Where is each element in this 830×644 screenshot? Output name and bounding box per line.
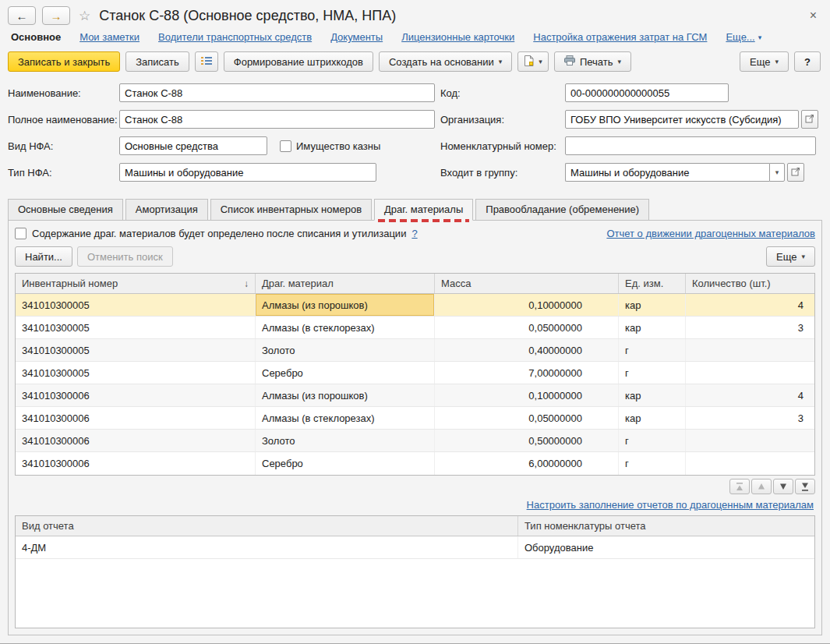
nfa-kind-field[interactable] [119,136,267,155]
organization-field[interactable] [565,110,799,129]
save-button[interactable]: Записать [125,51,189,72]
cell-qty[interactable] [686,452,814,475]
cell-material[interactable]: Алмазы (из порошков) [256,294,435,316]
determine-after-writeoff-checkbox[interactable] [15,228,26,239]
tab-0[interactable]: Основные сведения [8,199,123,221]
cell-qty[interactable]: 4 [686,294,814,316]
cell-inv[interactable]: 341010300005 [16,339,256,361]
cell-material[interactable]: Алмазы (в стеклорезах) [256,317,435,338]
cell-unit[interactable]: кар [619,294,686,316]
table-row[interactable]: 341010300005Серебро7,00000000г [16,362,814,384]
table-row[interactable]: 341010300005Золото0,40000000г [16,339,814,362]
tab-3[interactable]: Драг. материалы [374,199,473,221]
table-row[interactable]: 341010300006Алмазы (в стеклорезах)0,0500… [16,407,814,430]
help-button[interactable]: ? [794,51,821,72]
scroll-to-bottom-button[interactable] [795,479,815,494]
nav-link[interactable]: Мои заметки [79,31,140,43]
column-header[interactable]: Количество (шт.) [686,274,814,293]
cancel-search-button[interactable]: Отменить поиск [77,246,173,267]
cell-material[interactable]: Алмазы (в стеклорезах) [256,407,435,429]
nav-link[interactable]: Документы [330,31,383,43]
cell-report[interactable]: 4-ДМ [16,536,518,558]
find-button[interactable]: Найти... [15,246,72,267]
code-field[interactable] [565,83,729,102]
table-row[interactable]: 341010300006Золото0,50000000г [16,430,814,452]
group-field[interactable] [565,163,769,182]
barcodes-button[interactable]: Формирование штрихкодов [224,51,373,72]
cell-inv[interactable]: 341010300005 [16,317,256,338]
attached-files-button[interactable]: ▾ [517,51,549,72]
back-button[interactable]: ← [8,6,36,25]
column-header[interactable]: Ед. изм. [619,274,686,293]
scroll-down-button[interactable] [773,479,793,494]
cell-mass[interactable]: 0,05000000 [435,317,619,338]
cell-mass[interactable]: 0,10000000 [435,384,619,406]
cell-qty[interactable]: 4 [686,384,814,406]
name-field[interactable] [119,83,435,102]
cell-unit[interactable]: г [619,452,686,475]
cell-material[interactable]: Серебро [256,452,435,475]
column-header[interactable]: Драг. материал [256,274,435,293]
cell-qty[interactable]: 3 [686,317,814,338]
help-link[interactable]: ? [411,228,417,239]
cell-inv[interactable]: 341010300006 [16,384,256,406]
table-row[interactable]: 341010300006Алмазы (из порошков)0,100000… [16,384,814,407]
tab-4[interactable]: Правообладание (обременение) [475,199,649,221]
table-row[interactable]: 4-ДМОборудование [16,536,814,559]
configure-reports-link[interactable]: Настроить заполнение отчетов по драгоцен… [527,499,814,511]
nav-link[interactable]: Лицензионные карточки [401,31,514,43]
table-row[interactable]: 341010300005Алмазы (в стеклорезах)0,0500… [16,317,814,339]
nfa-type-field[interactable] [119,163,376,182]
cell-material[interactable]: Серебро [256,362,435,384]
table-row[interactable]: 341010300005Алмазы (из порошков)0,100000… [16,294,814,317]
show-in-list-button[interactable] [195,51,218,72]
save-and-close-button[interactable]: Записать и закрыть [8,51,120,72]
nav-more-link[interactable]: Еще... ▾ [726,31,761,43]
cell-material[interactable]: Золото [256,339,435,361]
cell-inv[interactable]: 341010300005 [16,362,256,384]
group-dropdown-button[interactable]: ▾ [769,163,785,182]
cell-inv[interactable]: 341010300006 [16,430,256,451]
column-header[interactable]: Вид отчета [16,516,518,536]
column-header[interactable]: Масса [435,274,619,293]
favorite-star-icon[interactable]: ☆ [79,8,90,24]
cell-inv[interactable]: 341010300006 [16,452,256,475]
cell-inv[interactable]: 341010300005 [16,294,256,316]
print-button[interactable]: Печать ▾ [554,51,631,72]
table-row[interactable]: 341010300006Серебро6,00000000г [16,452,814,475]
cell-nomenclature_type[interactable]: Оборудование [518,536,814,558]
cell-unit[interactable]: кар [619,407,686,429]
close-icon[interactable]: × [806,9,821,23]
treasury-checkbox[interactable]: Имущество казны [280,140,380,152]
cell-mass[interactable]: 7,00000000 [435,362,619,384]
full-name-field[interactable] [119,110,435,129]
cell-unit[interactable]: г [619,362,686,384]
group-open-button[interactable] [787,163,804,182]
nav-link[interactable]: Настройка отражения затрат на ГСМ [533,31,707,43]
toolbar-more-button[interactable]: Еще ▾ [740,51,789,72]
table-more-button[interactable]: Еще ▾ [766,246,815,267]
nav-link[interactable]: Водители транспортных средств [158,31,312,43]
cell-mass[interactable]: 6,00000000 [435,452,619,475]
cell-qty[interactable] [686,339,814,361]
nomenclature-number-field[interactable] [565,136,816,155]
organization-open-button[interactable] [801,110,818,129]
create-based-on-button[interactable]: Создать на основании ▾ [379,51,512,72]
cell-mass[interactable]: 0,40000000 [435,339,619,361]
cell-unit[interactable]: кар [619,384,686,406]
cell-material[interactable]: Золото [256,430,435,451]
cell-inv[interactable]: 341010300006 [16,407,256,429]
cell-qty[interactable] [686,362,814,384]
column-header[interactable]: Тип номенклатуры отчета [518,516,814,536]
cell-qty[interactable]: 3 [686,407,814,429]
tab-1[interactable]: Амортизация [125,199,208,221]
scroll-up-button[interactable] [751,479,772,494]
cell-mass[interactable]: 0,10000000 [435,294,619,316]
forward-button[interactable]: → [42,6,70,25]
cell-qty[interactable] [686,430,814,451]
movement-report-link[interactable]: Отчет о движении драгоценных материалов [606,228,815,239]
scroll-to-top-button[interactable] [729,479,750,494]
cell-mass[interactable]: 0,05000000 [435,407,619,429]
cell-unit[interactable]: г [619,430,686,451]
tab-2[interactable]: Список инвентарных номеров [210,199,372,221]
